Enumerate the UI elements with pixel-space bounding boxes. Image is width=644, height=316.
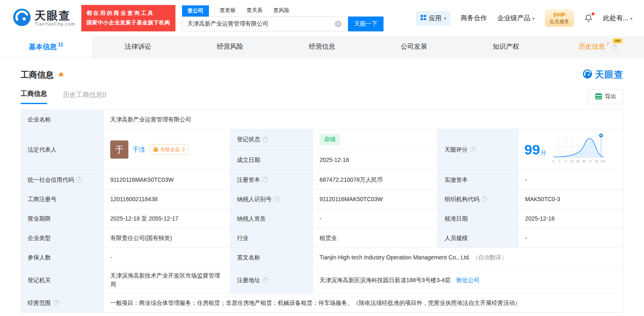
subtab-business-info[interactable]: 工商信息 — [21, 90, 47, 104]
reg-address-value: 天津滨海高新区滨海科技园日新道188号3号楼3-4层 附近公司 — [313, 267, 623, 293]
insured-count-label: 参保人数 — [21, 248, 104, 267]
apps-menu[interactable]: 应用 ▾ — [416, 11, 450, 26]
export-button[interactable]: 导出 — [588, 89, 623, 104]
company-name-label: 企业名称 — [21, 110, 104, 129]
reg-number-label: 工商注册号 — [21, 190, 104, 209]
apps-label: 应用 — [429, 14, 441, 22]
business-cooperation-link[interactable]: 商务合作 — [461, 14, 487, 23]
help-icon[interactable] — [482, 196, 488, 202]
reg-address-label: 注册地址 — [230, 267, 313, 293]
legal-rep-avatar[interactable]: 于 — [110, 140, 128, 159]
search-tab-boss[interactable]: 查老板 — [220, 7, 236, 17]
paid-capital-label: 实缴资本 — [438, 170, 519, 190]
promo-banner: 都在用的商业查询工具 国家中小企业发展子基金旗下机构 — [81, 5, 176, 31]
tab-company-development-label: 公司发展 — [401, 43, 427, 51]
svg-text:15: 15 — [570, 160, 573, 163]
company-nav-tabs: 基本信息 11 法律诉讼 经营风险 经营信息 公司发展 知识产权 VIP 历史信… — [0, 36, 644, 58]
help-icon[interactable] — [263, 277, 268, 283]
tab-history-info[interactable]: VIP 历史信息 7 — [552, 36, 644, 57]
reg-status-value: 存续 — [313, 129, 438, 150]
legal-rep-cell: 于 于浛 关联企业 2 — [104, 129, 230, 170]
notification-bell-icon[interactable] — [584, 14, 593, 23]
english-name-label: 英文名称 — [230, 248, 313, 267]
svg-text:0: 0 — [552, 160, 554, 163]
tab-operation-info[interactable]: 经营信息 — [276, 36, 368, 57]
tab-company-development[interactable]: 公司发展 — [368, 36, 460, 57]
org-code-label: 组织机构代码 — [438, 190, 519, 209]
tab-operation-info-label: 经营信息 — [309, 43, 335, 51]
legal-rep-name-link[interactable]: 于浛 — [133, 145, 145, 154]
help-icon[interactable] — [470, 147, 476, 152]
help-icon[interactable] — [263, 177, 268, 183]
reg-number-value: 120116002118438 — [104, 190, 230, 209]
notification-dot — [592, 12, 594, 15]
subtab-history-business-info[interactable]: 历史工商信息0 — [63, 91, 106, 104]
tab-history-info-label: 历史信息 — [579, 43, 605, 51]
promo-line1: 都在用的商业查询工具 — [87, 9, 170, 18]
search-area: 查公司 查老板 查关系 查风险 × 天眼一下 — [182, 5, 384, 31]
top-header: 天眼查 TianYanCha.com 都在用的商业查询工具 国家中小企业发展子基… — [0, 0, 644, 36]
tab-basic-info[interactable]: 基本信息 11 — [0, 36, 92, 57]
alert-bell-icon[interactable] — [57, 71, 65, 79]
export-label: 导出 — [605, 93, 616, 100]
section-title: 工商信息 — [21, 69, 54, 81]
search-tabs: 查公司 查老板 查关系 查风险 — [182, 5, 384, 17]
tianyancha-logo[interactable]: 天眼查 TianYanCha.com — [12, 8, 76, 29]
enterprise-products-label: 企业级产品 — [497, 14, 530, 21]
paid-capital-value: - — [519, 170, 623, 190]
svip-member-button[interactable]: SVIP 会员服务 — [545, 10, 574, 26]
tab-intellectual-property[interactable]: 知识产权 — [460, 36, 552, 57]
svg-text:3: 3 — [565, 160, 566, 163]
score-value: 99分 — [524, 139, 547, 160]
logo-text-cn: 天眼查 — [35, 10, 76, 21]
search-button[interactable]: 天眼一下 — [348, 17, 384, 31]
reg-authority-label: 登记机关 — [21, 267, 104, 293]
tianyancha-watermark: 天眼查 — [582, 69, 623, 81]
insured-count-value: - — [104, 248, 230, 267]
help-icon[interactable] — [76, 177, 82, 183]
search-tab-company[interactable]: 查公司 — [182, 5, 209, 17]
score-label: 天眼评分 — [438, 129, 519, 170]
industry-value: 租赁业 — [313, 228, 438, 248]
svg-text:100: 100 — [600, 160, 605, 163]
taxpayer-qualification-label: 纳税人资质 — [230, 209, 313, 228]
main-content: 工商信息 天眼查 工商信息 历史工商信息0 导出 — [0, 69, 644, 313]
user-menu[interactable]: 此处有... ▾ — [603, 14, 632, 23]
clear-search-icon[interactable]: × — [335, 21, 341, 27]
enterprise-products-menu[interactable]: 企业级产品 ▾ — [497, 14, 535, 23]
tab-legal[interactable]: 法律诉讼 — [92, 36, 184, 57]
tab-legal-label: 法律诉讼 — [125, 43, 151, 51]
taxpayer-qualification-value: - — [313, 209, 438, 228]
reg-authority-value: 天津滨海高新技术产业开发区市场监督管理局 — [104, 267, 230, 293]
score-cell: 99分 0 — [519, 129, 623, 170]
legal-rep-label: 法定代表人 — [21, 129, 104, 170]
nearby-companies-link[interactable]: 附近公司 — [456, 276, 479, 285]
vip-badge: VIP — [613, 38, 623, 43]
search-input[interactable] — [182, 17, 346, 31]
help-icon[interactable] — [263, 137, 268, 143]
approval-date-label: 核准日期 — [438, 209, 519, 228]
chevron-down-icon: ▾ — [532, 16, 535, 21]
excel-icon — [595, 93, 602, 100]
related-companies-badge[interactable]: 关联企业 2 — [150, 144, 188, 155]
taxpayer-id-label: 纳税人识别号 — [230, 190, 313, 209]
tab-intellectual-property-label: 知识产权 — [493, 43, 519, 51]
search-tab-relation[interactable]: 查关系 — [246, 7, 263, 17]
tab-operation-risk[interactable]: 经营风险 — [184, 36, 276, 57]
business-term-value: 2025-12-18 至 2055-12-17 — [104, 209, 230, 228]
help-icon[interactable] — [53, 300, 59, 306]
svip-subtitle: 会员服务 — [549, 19, 569, 25]
tab-operation-risk-label: 经营风险 — [217, 43, 243, 51]
business-info-table: 企业名称 天津高新产业运营管理有限公司 法定代表人 于 于浛 关联企业 2 登记… — [21, 109, 623, 313]
credit-code-value: 91120116MAK50TC03W — [104, 170, 230, 190]
help-icon[interactable] — [274, 196, 280, 202]
svg-text:1: 1 — [559, 160, 560, 163]
svg-text:99: 99 — [595, 160, 598, 163]
status-badge: 存续 — [320, 134, 340, 145]
help-icon[interactable] — [611, 44, 617, 50]
promo-line2: 国家中小企业发展子基金旗下机构 — [87, 18, 170, 28]
credit-code-label: 统一社会信用代码 — [21, 170, 104, 190]
reg-status-label: 登记状态 — [230, 129, 313, 150]
business-scope-label: 经营范围 — [21, 293, 104, 313]
search-tab-risk[interactable]: 查风险 — [273, 7, 289, 17]
